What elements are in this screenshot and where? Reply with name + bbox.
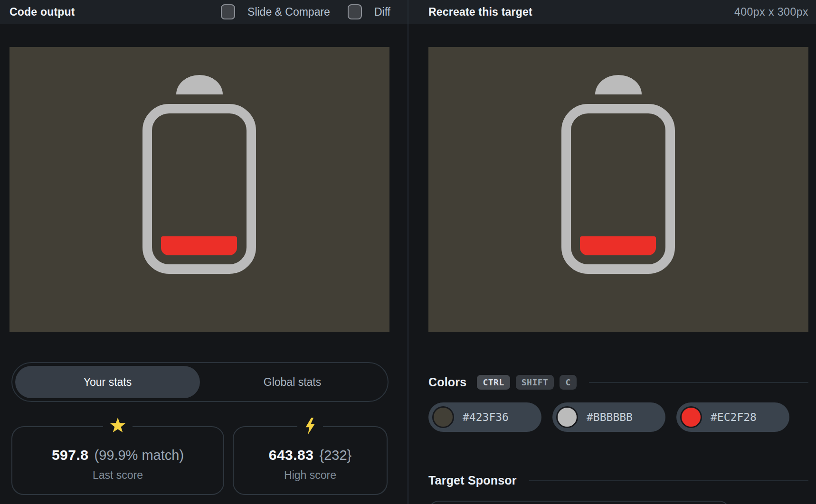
- diff-label: Diff: [374, 6, 390, 19]
- high-score-chars: {232}: [320, 448, 352, 463]
- last-score-line: 597.8 (99.9% match): [52, 447, 184, 463]
- code-output-render: [9, 47, 389, 332]
- high-score-line: 643.83 {232}: [269, 447, 352, 463]
- last-score-match: (99.9% match): [95, 448, 184, 463]
- slide-compare-label: Slide & Compare: [247, 6, 330, 19]
- battery-body-shape: [561, 104, 675, 274]
- stats-tabs: Your stats Global stats: [11, 362, 389, 402]
- battery-cap-shape: [595, 75, 642, 94]
- code-output-panel: Code output Slide & Compare Diff Your st…: [0, 0, 408, 504]
- sponsor-heading-row: Target Sponsor: [428, 474, 808, 487]
- tab-global-stats[interactable]: Global stats: [200, 366, 385, 398]
- colors-heading: Colors: [428, 375, 466, 389]
- color-pills-row: #423F36 #BBBBBB #EC2F28: [428, 402, 808, 432]
- kbd-shift: SHIFT: [516, 375, 554, 390]
- sponsor-box: [428, 501, 730, 504]
- target-header: Recreate this target 400px x 300px: [408, 0, 816, 24]
- color-swatch-3: [680, 406, 702, 428]
- battery-body-shape: [142, 104, 256, 274]
- color-swatch-1: [432, 406, 454, 428]
- target-panel: Recreate this target 400px x 300px Color…: [408, 0, 816, 504]
- high-score-label: High score: [284, 469, 336, 482]
- battery-cap-shape: [176, 75, 223, 94]
- high-score-value: 643.83: [269, 447, 314, 463]
- target-image[interactable]: [428, 47, 808, 332]
- high-score-card: 643.83 {232} High score: [233, 426, 388, 495]
- diff-checkbox[interactable]: [348, 4, 362, 19]
- tab-your-stats[interactable]: Your stats: [15, 366, 200, 398]
- color-hex-2: #BBBBBB: [587, 411, 633, 423]
- last-score-card: 597.8 (99.9% match) Last score: [11, 426, 224, 495]
- color-swatch-2: [556, 406, 578, 428]
- colors-heading-row: Colors CTRL SHIFT C: [428, 375, 808, 390]
- battery-charge-bar: [161, 236, 237, 255]
- color-pill-1[interactable]: #423F36: [428, 402, 541, 432]
- color-pill-3[interactable]: #EC2F28: [676, 402, 789, 432]
- slide-compare-checkbox[interactable]: [221, 4, 235, 19]
- color-hex-3: #EC2F28: [711, 411, 757, 423]
- star-icon: [103, 418, 133, 433]
- target-title: Recreate this target: [428, 6, 532, 19]
- code-output-title: Code output: [9, 6, 75, 19]
- color-pill-2[interactable]: #BBBBBB: [552, 402, 665, 432]
- last-score-label: Last score: [93, 469, 143, 482]
- color-hex-1: #423F36: [463, 411, 509, 423]
- diff-toggle[interactable]: Diff: [348, 4, 390, 19]
- bolt-icon: [297, 418, 323, 435]
- last-score-value: 597.8: [52, 447, 89, 463]
- target-dimensions: 400px x 300px: [734, 6, 808, 19]
- battery-charge-bar: [580, 236, 656, 255]
- stats-row: 597.8 (99.9% match) Last score 643.83 {2…: [11, 426, 398, 495]
- colors-divider-line: [589, 382, 808, 383]
- slide-compare-toggle[interactable]: Slide & Compare: [221, 4, 330, 19]
- code-output-header: Code output Slide & Compare Diff: [0, 0, 408, 24]
- kbd-c: C: [560, 375, 576, 390]
- sponsor-heading: Target Sponsor: [428, 474, 517, 487]
- code-output-body: Your stats Global stats 597.8 (99.9% mat…: [0, 47, 408, 495]
- kbd-ctrl: CTRL: [477, 375, 510, 390]
- sponsor-divider-line: [529, 480, 808, 481]
- target-body: Colors CTRL SHIFT C #423F36 #BBBBBB #EC2…: [408, 47, 816, 504]
